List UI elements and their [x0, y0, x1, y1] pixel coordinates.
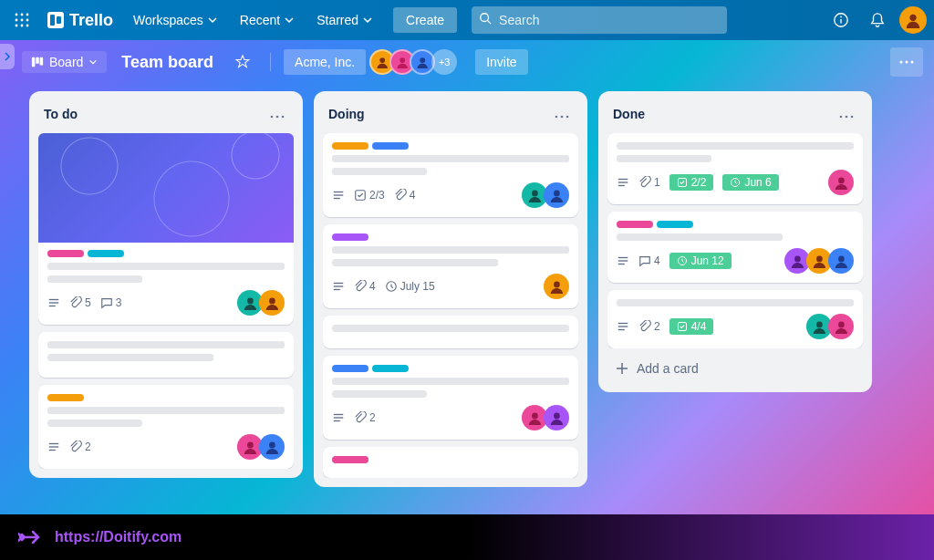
card-label-blue[interactable] [332, 365, 368, 372]
svg-rect-17 [40, 57, 44, 66]
list-title[interactable]: To do [44, 107, 78, 121]
attachment-badge: 1 [638, 176, 660, 189]
description-icon [332, 189, 345, 202]
board-view-switcher[interactable]: Board [22, 51, 107, 73]
star-board-button[interactable] [228, 47, 257, 77]
svg-point-3 [16, 19, 18, 22]
card[interactable] [323, 316, 578, 348]
card[interactable]: 2 4/4 [607, 290, 863, 348]
list-menu-button[interactable] [551, 102, 573, 126]
invite-button[interactable]: Invite [475, 49, 527, 75]
nav-recent[interactable]: Recent [231, 7, 304, 33]
more-members-count[interactable]: +3 [431, 49, 457, 75]
svg-rect-16 [36, 57, 39, 64]
board-members[interactable]: +3 [375, 49, 457, 75]
card[interactable]: 4 Jun 12 [607, 212, 863, 283]
notifications-icon[interactable] [863, 5, 892, 35]
svg-point-6 [16, 25, 18, 27]
svg-point-50 [554, 281, 560, 287]
nav-workspaces[interactable]: Workspaces [124, 7, 227, 33]
trello-logo-icon [47, 12, 64, 28]
svg-point-2 [26, 14, 29, 16]
add-card-label: Add a card [637, 361, 699, 376]
card-member-avatar[interactable] [828, 170, 854, 195]
board-icon [31, 56, 44, 68]
svg-point-18 [379, 57, 385, 63]
svg-point-22 [906, 61, 908, 64]
card[interactable]: 4 July 15 [323, 224, 578, 308]
card[interactable]: 2/3 4 [323, 133, 578, 217]
card-member-avatar[interactable] [828, 314, 854, 339]
svg-point-35 [247, 441, 254, 448]
global-header: Trello Workspaces Recent Starred Create [0, 0, 934, 40]
list-menu-button[interactable] [266, 102, 288, 126]
svg-point-31 [269, 297, 275, 304]
svg-point-38 [561, 116, 564, 119]
description-icon [617, 176, 629, 189]
card-label-pink[interactable] [617, 221, 653, 228]
description-icon [332, 411, 345, 424]
search-icon [479, 12, 492, 28]
chevron-down-icon [207, 15, 218, 26]
card-member-avatar[interactable] [259, 290, 285, 316]
card-member-avatar[interactable] [544, 405, 569, 430]
trello-logo[interactable]: Trello [40, 11, 120, 30]
description-icon [47, 296, 60, 309]
card[interactable]: 2 [38, 385, 294, 469]
card[interactable] [323, 447, 578, 478]
card[interactable]: 5 3 [38, 133, 294, 325]
svg-point-19 [400, 57, 405, 63]
svg-point-37 [555, 116, 558, 119]
attachment-badge: 5 [69, 296, 91, 309]
card-member-avatar[interactable] [544, 274, 569, 299]
card-member-avatar[interactable] [828, 248, 854, 274]
svg-point-69 [794, 255, 801, 262]
card-label-pink[interactable] [47, 250, 84, 257]
list-menu-button[interactable] [835, 102, 857, 126]
card-label-cyan[interactable] [88, 250, 124, 257]
list-title[interactable]: Done [613, 107, 645, 121]
board-menu-button[interactable] [890, 47, 923, 77]
nav-starred[interactable]: Starred [307, 7, 382, 33]
list-doing: Doing 2/3 4 [314, 91, 587, 487]
card-label-purple[interactable] [332, 233, 368, 241]
workspace-button[interactable]: Acme, Inc. [284, 49, 366, 75]
card[interactable] [38, 332, 294, 378]
expand-sidebar-button[interactable] [0, 44, 15, 69]
user-avatar[interactable] [899, 6, 927, 34]
chevron-down-icon [284, 15, 295, 26]
chevron-down-icon [362, 15, 373, 26]
svg-point-64 [838, 177, 845, 183]
svg-point-14 [909, 15, 916, 21]
create-button[interactable]: Create [393, 7, 457, 33]
card-label-blue[interactable] [372, 142, 409, 150]
svg-point-26 [282, 116, 285, 119]
svg-point-58 [851, 116, 854, 119]
board-title[interactable]: Team board [116, 53, 219, 72]
svg-point-4 [21, 19, 24, 22]
svg-point-77 [838, 321, 845, 327]
add-card-button[interactable]: Add a card [607, 354, 863, 383]
board-view-label: Board [49, 55, 83, 69]
card-member-avatar[interactable] [544, 182, 569, 208]
card-label-yellow[interactable] [47, 394, 84, 401]
svg-point-9 [481, 14, 489, 22]
card-label-cyan[interactable] [657, 221, 693, 228]
search-input[interactable] [472, 6, 727, 34]
info-icon[interactable] [826, 5, 856, 35]
comments-badge: 3 [100, 296, 122, 309]
card[interactable]: 2 [323, 356, 578, 440]
svg-point-24 [271, 116, 274, 119]
card-label-yellow[interactable] [332, 142, 368, 150]
apps-switcher-icon[interactable] [7, 5, 36, 35]
card-member-avatar[interactable] [259, 434, 285, 460]
card-label-pink[interactable] [332, 456, 368, 463]
attachment-badge: 2 [638, 320, 660, 333]
svg-point-76 [816, 321, 823, 327]
list-title[interactable]: Doing [328, 107, 365, 121]
card-label-cyan[interactable] [372, 365, 409, 372]
divider [270, 53, 271, 71]
card-cover [38, 133, 294, 243]
svg-point-21 [900, 61, 903, 64]
card[interactable]: 1 2/2 Jun 6 [607, 133, 863, 204]
